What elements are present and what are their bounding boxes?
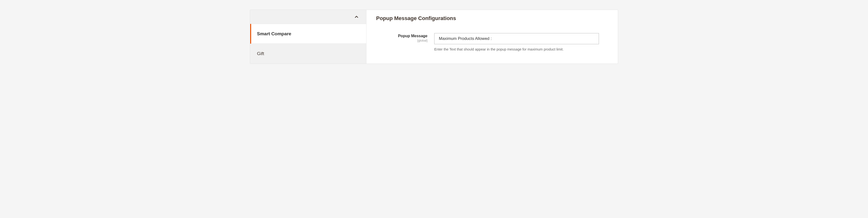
form-row-popup-message: Popup Message [global] Enter the Text th…: [376, 33, 608, 52]
sidebar-item-smart-compare[interactable]: Smart Compare: [250, 24, 366, 44]
content-area: Popup Message Configurations Popup Messa…: [366, 10, 618, 64]
popup-message-input[interactable]: [434, 33, 599, 44]
sidebar-collapse-toggle[interactable]: [250, 10, 366, 24]
section-title: Popup Message Configurations: [376, 15, 608, 22]
chevron-up-icon: [354, 15, 359, 19]
config-panel: Smart Compare Gift Popup Message Configu…: [250, 10, 618, 64]
sidebar-item-gift[interactable]: Gift: [250, 44, 366, 64]
label-column: Popup Message [global]: [376, 33, 434, 43]
sidebar-item-label: Gift: [257, 51, 264, 56]
sidebar-item-label: Smart Compare: [257, 31, 291, 36]
sidebar: Smart Compare Gift: [250, 10, 366, 64]
field-label: Popup Message: [376, 34, 428, 39]
field-scope: [global]: [376, 39, 428, 43]
input-column: Enter the Text that should appear in the…: [434, 33, 599, 52]
helper-text: Enter the Text that should appear in the…: [434, 47, 599, 52]
